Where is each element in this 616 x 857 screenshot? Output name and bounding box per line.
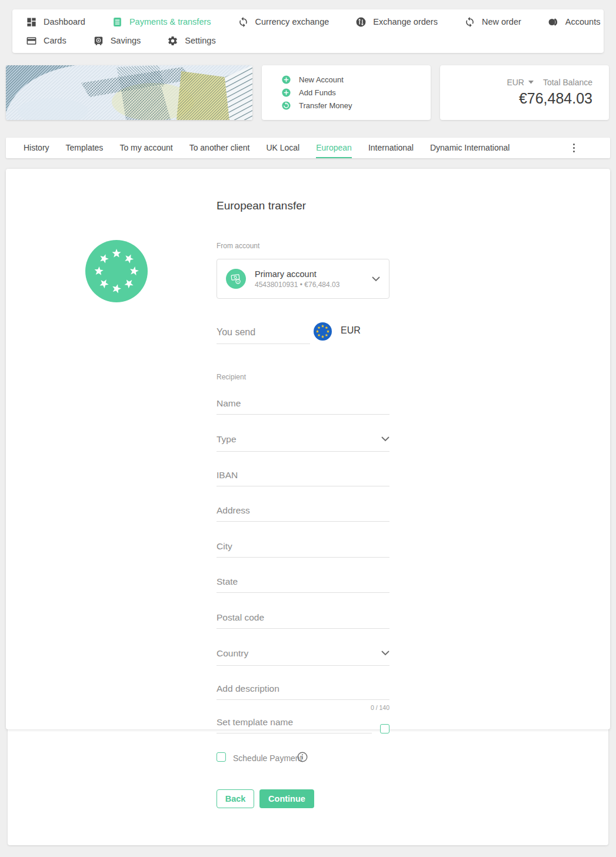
nav-item-settings[interactable]: Settings — [167, 35, 215, 46]
exchange-orders-icon — [355, 16, 367, 28]
tab-templates[interactable]: Templates — [66, 138, 104, 158]
template-name-input[interactable] — [217, 717, 372, 733]
nav-item-savings[interactable]: Savings — [93, 35, 141, 46]
you-send-input[interactable] — [217, 327, 310, 344]
nav-item-dashboard[interactable]: Dashboard — [26, 16, 85, 28]
nav-label: Dashboard — [44, 17, 85, 26]
total-balance-card: EUR Total Balance €76,484.03 — [440, 65, 609, 120]
tab-overflow-menu-icon[interactable] — [571, 141, 578, 155]
city-input[interactable] — [217, 541, 389, 558]
schedule-payment-checkbox[interactable] — [217, 752, 226, 762]
tab-uk-local[interactable]: UK Local — [266, 138, 299, 158]
nav-row-1: Dashboard Payments & transfers Currency … — [26, 12, 604, 31]
nav-item-accounts[interactable]: Accounts — [548, 16, 601, 28]
accounts-icon — [548, 16, 559, 28]
state-input[interactable] — [217, 576, 389, 593]
send-currency-label: EUR — [341, 325, 361, 336]
tab-to-another-client[interactable]: To another client — [189, 138, 250, 158]
recipient-label: Recipient — [217, 373, 246, 381]
settings-gear-icon — [167, 35, 178, 46]
nav-label: Exchange orders — [373, 17, 438, 26]
description-input[interactable] — [217, 683, 389, 700]
nav-label: Settings — [185, 36, 215, 45]
postal-code-input[interactable] — [217, 612, 389, 629]
balance-header: EUR Total Balance — [440, 78, 592, 87]
balance-label: Total Balance — [543, 78, 592, 87]
nav-item-exchange-orders[interactable]: Exchange orders — [355, 16, 438, 28]
tab-history[interactable]: History — [24, 138, 49, 158]
chevron-down-icon — [372, 276, 380, 282]
quick-action-label: Transfer Money — [299, 101, 352, 110]
eu-stars-badge-icon — [85, 240, 148, 302]
nav-label: Currency exchange — [255, 17, 329, 26]
nav-row-2: Cards Savings Settings — [26, 31, 604, 50]
page: Dashboard Payments & transfers Currency … — [0, 0, 616, 857]
balance-currency-select[interactable]: EUR — [507, 78, 524, 87]
banknote-engraving — [6, 65, 252, 120]
description-char-counter: 0 / 140 — [217, 704, 389, 711]
new-order-icon — [464, 16, 475, 28]
quick-action-label: Add Funds — [299, 88, 336, 97]
payments-icon — [112, 16, 123, 28]
top-navigation: Dashboard Payments & transfers Currency … — [12, 9, 604, 53]
savings-icon — [93, 35, 104, 46]
type-select-label: Type — [217, 434, 237, 445]
banknote-banner-image — [6, 65, 252, 120]
back-button[interactable]: Back — [217, 789, 254, 808]
recipient-name-input[interactable] — [217, 398, 389, 415]
tab-international[interactable]: International — [368, 138, 414, 158]
nav-label: Cards — [44, 36, 66, 45]
continue-button[interactable]: Continue — [259, 789, 314, 808]
save-template-checkbox[interactable] — [380, 724, 389, 733]
nav-item-payments-transfers[interactable]: Payments & transfers — [112, 16, 211, 28]
account-money-icon — [226, 269, 246, 289]
nav-label: New order — [482, 17, 521, 26]
plus-circle-icon — [281, 75, 291, 85]
cards-icon — [26, 35, 37, 46]
from-account-label: From account — [217, 242, 259, 250]
currency-exchange-icon — [238, 16, 249, 28]
dashboard-icon — [26, 16, 37, 28]
chevron-down-icon — [381, 651, 389, 656]
account-name: Primary account — [255, 269, 339, 279]
balance-amount: €76,484.03 — [440, 90, 592, 107]
country-select[interactable]: Country — [217, 648, 389, 666]
quick-action-transfer-money[interactable]: Transfer Money — [281, 101, 431, 111]
nav-item-cards[interactable]: Cards — [26, 35, 66, 46]
quick-actions-card: New Account Add Funds Transfer Money — [262, 65, 431, 120]
quick-action-new-account[interactable]: New Account — [281, 75, 431, 85]
nav-item-currency-exchange[interactable]: Currency exchange — [238, 16, 329, 28]
page-title: European transfer — [217, 199, 306, 212]
caret-down-icon[interactable] — [528, 81, 534, 84]
recipient-type-select[interactable]: Type — [217, 434, 389, 452]
transfer-circle-icon — [281, 101, 291, 111]
iban-input[interactable] — [217, 470, 389, 486]
nav-label: Accounts — [565, 17, 601, 26]
nav-item-new-order[interactable]: New order — [464, 16, 521, 28]
schedule-payment-label: Schedule Payment — [233, 753, 302, 763]
chevron-down-icon — [381, 436, 389, 442]
account-info: Primary account 45438010931 • €76,484.03 — [255, 269, 339, 289]
info-icon[interactable] — [297, 752, 308, 762]
tab-european[interactable]: European — [316, 138, 352, 158]
country-select-label: Country — [217, 648, 248, 659]
account-details: 45438010931 • €76,484.03 — [255, 281, 339, 289]
from-account-select[interactable]: Primary account 45438010931 • €76,484.03 — [217, 259, 389, 299]
transfer-tabbar: History Templates To my account To anoth… — [6, 138, 610, 158]
quick-action-add-funds[interactable]: Add Funds — [281, 88, 431, 98]
eur-flag-icon — [314, 322, 332, 341]
plus-circle-icon — [281, 88, 291, 98]
tab-dynamic-international[interactable]: Dynamic International — [430, 138, 510, 158]
nav-label: Savings — [111, 36, 141, 45]
quick-action-label: New Account — [299, 75, 344, 84]
tab-to-my-account[interactable]: To my account — [119, 138, 172, 158]
address-input[interactable] — [217, 505, 389, 522]
nav-label: Payments & transfers — [129, 17, 211, 26]
